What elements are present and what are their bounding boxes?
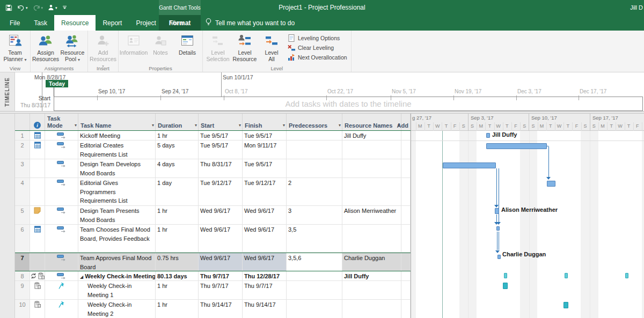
gantt-bar[interactable] <box>495 208 499 214</box>
cell-res[interactable]: Charlie Duggan <box>342 253 401 271</box>
cell-task-name[interactable]: Design Team Presents Mood Boards <box>78 206 156 224</box>
cell-task-mode[interactable] <box>45 206 78 224</box>
tab-report[interactable]: Report <box>96 15 129 31</box>
column-header-name[interactable]: Task Name▾ <box>78 114 156 130</box>
tab-project[interactable]: Project <box>129 15 163 31</box>
timeline-pane-label[interactable]: TIMELINE <box>0 72 15 111</box>
cell-dur[interactable]: 1 hr <box>156 206 199 224</box>
cell-finish[interactable]: Thu 9/14/17 <box>243 300 287 318</box>
cell-start[interactable]: Tue 9/12/17 <box>199 178 243 205</box>
cell-task-mode[interactable] <box>45 159 78 178</box>
cell-start[interactable]: Tue 9/5/17 <box>199 131 243 140</box>
task-row-8[interactable]: 8◢Weekly Check-in Meeting80.13 daysThu 9… <box>15 271 411 281</box>
cell-add-new-column[interactable] <box>401 159 411 178</box>
cell-task-name[interactable]: Weekly Check-in Meeting 1 <box>78 281 156 299</box>
cell-task-mode[interactable] <box>45 281 78 299</box>
cell-task-name[interactable]: ◢Weekly Check-in Meeting <box>78 271 156 280</box>
column-header-mode[interactable]: Task Mode▾ <box>45 114 78 130</box>
task-row-10[interactable]: 10Weekly Check-in Meeting 21 hrThu 9/14/… <box>15 300 411 318</box>
gantt-bar[interactable] <box>565 273 568 278</box>
cell-res[interactable] <box>342 140 401 159</box>
cell-add-new-column[interactable] <box>401 300 411 318</box>
column-header-start[interactable]: Start▾ <box>199 114 243 130</box>
cell-start[interactable]: Thu 9/7/17 <box>199 281 243 299</box>
cell-res[interactable] <box>342 300 401 318</box>
cell-dur[interactable]: 1 hr <box>156 225 199 252</box>
cell-add-new-column[interactable] <box>401 225 411 252</box>
level-all-button[interactable]: LevelAll <box>258 32 285 62</box>
tab-file[interactable]: File <box>3 15 27 31</box>
cell-add-new-column[interactable] <box>401 206 411 224</box>
cell-task-name[interactable]: Design Team Develops Mood Boards <box>78 159 156 178</box>
cell-pred[interactable]: 3 <box>287 206 342 224</box>
row-number[interactable]: 5 <box>15 206 30 224</box>
task-row-9[interactable]: 9Weekly Check-in Meeting 11 hrThu 9/7/17… <box>15 281 411 300</box>
cell-finish[interactable]: Thu 12/28/17 <box>243 271 287 280</box>
column-header-dur[interactable]: Duration▾ <box>156 114 199 130</box>
cell-start[interactable]: Wed 9/6/17 <box>199 206 243 224</box>
team-planner-button[interactable]: TeamPlanner ▾ <box>2 32 28 63</box>
level-resource-button[interactable]: LevelResource <box>231 32 258 62</box>
qat-customize-icon[interactable] <box>62 5 67 10</box>
cell-task-name[interactable]: Editorial Gives Programmers Requirements… <box>78 178 156 205</box>
signed-in-user[interactable]: Jill D <box>630 0 644 15</box>
cell-add-new-column[interactable] <box>401 281 411 299</box>
cell-finish[interactable]: Thu 9/7/17 <box>243 281 287 299</box>
tab-task[interactable]: Task <box>27 15 54 31</box>
task-row-5[interactable]: 5Design Team Presents Mood Boards1 hrWed… <box>15 206 411 225</box>
gantt-bar[interactable] <box>497 255 501 259</box>
column-header-res[interactable]: Resource Names▾ <box>342 114 401 130</box>
gantt-chart-pane-label[interactable]: GANTT CHART <box>0 114 15 318</box>
gantt-bar[interactable] <box>496 226 500 231</box>
cell-res[interactable] <box>342 159 401 178</box>
tell-me-box[interactable]: Tell me what you want to do <box>205 15 295 31</box>
column-header-info[interactable]: i <box>30 114 45 130</box>
cell-dur[interactable]: 0.75 hrs <box>156 253 199 271</box>
cell-pred[interactable] <box>287 140 342 159</box>
row-number[interactable]: 3 <box>15 159 30 178</box>
gantt-bar[interactable] <box>625 273 628 278</box>
cell-pred[interactable]: 3,5,6 <box>287 253 342 271</box>
cell-task-mode[interactable] <box>45 131 78 140</box>
cell-finish[interactable]: Wed 9/6/17 <box>243 206 287 224</box>
tab-format[interactable]: Format <box>159 15 201 31</box>
cell-dur[interactable]: 1 day <box>156 178 199 205</box>
cell-pred[interactable]: 3,5 <box>287 225 342 252</box>
cell-start[interactable]: Wed 9/6/17 <box>199 253 243 271</box>
redo-icon[interactable]: ▾ <box>33 5 43 11</box>
tab-resource[interactable]: Resource <box>54 15 96 31</box>
select-all-corner[interactable] <box>15 114 30 130</box>
cell-dur[interactable]: 1 hr <box>156 131 199 140</box>
cell-res[interactable] <box>342 225 401 252</box>
cell-dur[interactable]: 4 days <box>156 159 199 178</box>
cell-start[interactable]: Thu 9/14/17 <box>199 300 243 318</box>
cell-finish[interactable]: Wed 9/6/17 <box>243 225 287 252</box>
row-number[interactable]: 1 <box>15 131 30 140</box>
cell-pred[interactable] <box>287 300 342 318</box>
resource-pool-button[interactable]: ResourcePool ▾ <box>59 32 86 63</box>
cell-add-new-column[interactable] <box>401 178 411 205</box>
cell-task-mode[interactable] <box>45 300 78 318</box>
cell-pred[interactable]: 2 <box>287 178 342 205</box>
row-number[interactable]: 7 <box>15 253 30 271</box>
cell-task-name[interactable]: Kickoff Meeting <box>78 131 156 140</box>
cell-start[interactable]: Tue 9/5/17 <box>199 140 243 159</box>
task-row-2[interactable]: 2Editorial Creates Requirements List5 da… <box>15 140 411 159</box>
cell-task-mode[interactable] <box>45 178 78 205</box>
timeline-bar[interactable]: Add tasks with dates to the timeline <box>54 97 643 111</box>
cell-start[interactable]: Thu 8/31/17 <box>199 159 243 178</box>
task-row-6[interactable]: 6Team Chooses Final Mood Board, Provides… <box>15 225 411 253</box>
task-row-1[interactable]: 1Kickoff Meeting1 hrTue 9/5/17Tue 9/5/17… <box>15 131 411 140</box>
cell-task-mode[interactable] <box>45 271 78 280</box>
cell-task-name[interactable]: Editorial Creates Requirements List <box>78 140 156 159</box>
expand-collapse-icon[interactable]: ◢ <box>80 275 83 279</box>
cell-res[interactable] <box>342 281 401 299</box>
gantt-bar[interactable] <box>547 181 555 187</box>
cell-dur[interactable]: 80.13 days <box>156 271 199 280</box>
task-row-3[interactable]: 3Design Team Develops Mood Boards4 daysT… <box>15 159 411 178</box>
cell-finish[interactable]: Tue 9/5/17 <box>243 159 287 178</box>
cell-finish[interactable]: Tue 9/12/17 <box>243 178 287 205</box>
cell-finish[interactable]: Mon 9/11/17 <box>243 140 287 159</box>
clear-leveling-button[interactable]: Clear Leveling <box>285 43 349 53</box>
row-number[interactable]: 9 <box>15 281 30 299</box>
